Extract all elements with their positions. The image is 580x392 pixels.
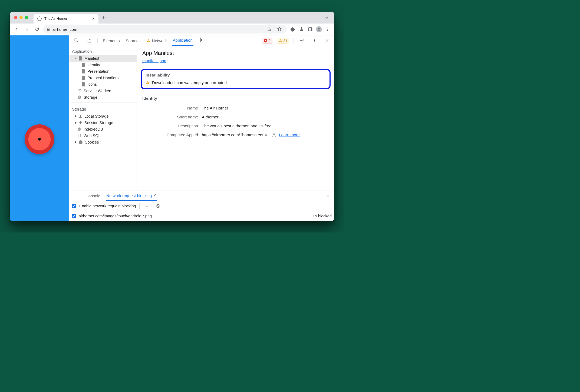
sidebar-item-label: Presentation: [87, 69, 109, 74]
tab-sources[interactable]: Sources: [125, 35, 141, 46]
devtools-menu-button[interactable]: [311, 36, 319, 45]
sidebar-item-service-workers[interactable]: Service Workers: [69, 88, 137, 94]
field-label: Description: [142, 124, 202, 128]
tab-application[interactable]: Application: [172, 35, 193, 46]
application-sidebar: Application Manifest Identity: [69, 46, 137, 191]
zoom-window-button[interactable]: [25, 16, 28, 19]
sidebar-item-label: Cookies: [85, 140, 99, 144]
blocked-count: 15 blocked: [313, 214, 332, 218]
svg-point-20: [78, 128, 81, 129]
sidebar-item-label: Icons: [87, 82, 97, 87]
pattern-text: airhorner.com/images/touch/android-*.png: [79, 214, 152, 218]
reload-button[interactable]: [33, 25, 41, 33]
add-pattern-button[interactable]: ＋: [143, 202, 151, 210]
learn-more-link[interactable]: Learn more: [279, 132, 300, 137]
section-storage-title: Storage: [69, 104, 137, 113]
drawer-tab-nrb[interactable]: Network request blocking ×: [106, 191, 157, 201]
sidebar-item-cookies[interactable]: Cookies: [69, 139, 137, 145]
field-short-name: Short name Airhorner: [137, 112, 334, 121]
field-label: Short name: [142, 115, 202, 119]
share-button[interactable]: [265, 25, 273, 33]
back-button[interactable]: [12, 25, 21, 33]
page-viewport: [10, 35, 69, 221]
sidepanel-button[interactable]: [306, 25, 314, 33]
field-value: https://airhorner.com/?homescreen=1: [202, 132, 269, 137]
svg-point-4: [327, 30, 328, 31]
gear-icon: [77, 89, 81, 93]
database-icon: [77, 95, 81, 99]
sidebar-item-indexeddb[interactable]: IndexedDB: [69, 126, 137, 132]
globe-icon: [37, 16, 42, 21]
sidebar-item-identity[interactable]: Identity: [69, 62, 137, 68]
caret-right-icon: [75, 115, 77, 117]
installability-warning: Downloaded icon was empty or corrupted: [152, 80, 227, 85]
close-tab-button[interactable]: ×: [92, 16, 95, 21]
tab-elements[interactable]: Elements: [102, 35, 121, 46]
svg-point-2: [327, 28, 328, 28]
sidebar-item-label: Protocol Handlers: [87, 76, 118, 80]
svg-rect-7: [89, 40, 91, 42]
help-icon[interactable]: ?: [272, 133, 276, 137]
avatar-icon: [316, 26, 322, 32]
identity-heading: Identity: [137, 92, 334, 104]
drawer-controls: Enable network request blocking ＋: [69, 201, 334, 211]
forward-button[interactable]: [23, 25, 31, 33]
close-window-button[interactable]: [14, 16, 17, 19]
close-drawer-tab-button[interactable]: ×: [153, 193, 156, 198]
content-row: Elements Sources Network Application ✕ 2: [10, 35, 334, 221]
sidebar-item-app-storage[interactable]: Storage: [69, 94, 137, 101]
browser-menu-button[interactable]: [324, 25, 332, 33]
error-count[interactable]: ✕ 2: [262, 38, 272, 44]
field-app-id: Computed App Id https://airhorner.com/?h…: [137, 130, 334, 139]
tab-network[interactable]: Network: [146, 35, 168, 46]
sidebar-item-local-storage[interactable]: Local Storage: [69, 113, 137, 119]
devtools-toolbar: Elements Sources Network Application ✕ 2: [69, 35, 334, 46]
new-tab-button[interactable]: +: [100, 14, 108, 22]
airhorn-button[interactable]: [25, 124, 54, 154]
file-icon: [82, 82, 85, 87]
browser-tab[interactable]: The Air Horner ×: [34, 14, 98, 24]
field-label: Name: [142, 106, 202, 110]
address-bar[interactable]: airhorner.com: [43, 25, 287, 34]
extensions-button[interactable]: [289, 25, 297, 33]
blocking-pattern-row[interactable]: airhorner.com/images/touch/android-*.png…: [69, 211, 334, 221]
tabs-menu-button[interactable]: [325, 15, 329, 20]
caret-down-icon: [75, 58, 77, 59]
clear-patterns-button[interactable]: [154, 202, 162, 210]
drawer-tab-console[interactable]: Console: [85, 191, 101, 201]
sidebar-item-session-storage[interactable]: Session Storage: [69, 119, 137, 126]
svg-point-3: [327, 29, 328, 30]
devtools-close-button[interactable]: [323, 36, 331, 45]
inspect-button[interactable]: [72, 36, 81, 45]
minimize-window-button[interactable]: [19, 16, 23, 19]
warning-icon: [279, 39, 282, 42]
sidebar-item-presentation[interactable]: Presentation: [69, 68, 137, 75]
more-tabs-button[interactable]: [199, 38, 203, 43]
drawer-close-button[interactable]: [324, 192, 332, 200]
svg-rect-23: [147, 83, 148, 84]
sidebar-item-manifest[interactable]: Manifest: [69, 55, 137, 62]
drawer-menu-button[interactable]: [72, 192, 80, 200]
sidebar-item-label: Storage: [84, 95, 97, 99]
devtools-settings-button[interactable]: [298, 36, 306, 45]
sidebar-item-websql[interactable]: Web SQL: [69, 132, 137, 139]
application-main: App Manifest manifest.json Installabilit…: [137, 46, 334, 191]
enable-blocking-checkbox[interactable]: [72, 204, 76, 208]
svg-point-21: [78, 134, 81, 135]
labs-button[interactable]: [298, 25, 306, 33]
warning-count[interactable]: 81: [277, 38, 289, 44]
manifest-link[interactable]: manifest.json: [137, 58, 172, 66]
pattern-enabled-checkbox[interactable]: [72, 214, 76, 218]
svg-point-16: [79, 90, 80, 91]
sidebar-item-label: Web SQL: [84, 134, 101, 138]
svg-point-14: [314, 40, 315, 41]
device-mode-button[interactable]: [85, 36, 93, 45]
file-icon: [82, 63, 85, 67]
database-icon: [77, 134, 81, 138]
sidebar-item-icons[interactable]: Icons: [69, 81, 137, 88]
profile-button[interactable]: [315, 25, 323, 33]
star-button[interactable]: [275, 25, 284, 33]
drawer-tabstrip: Console Network request blocking ×: [69, 191, 334, 201]
sidebar-item-protocol-handlers[interactable]: Protocol Handlers: [69, 75, 137, 81]
caret-right-icon: [75, 122, 77, 124]
